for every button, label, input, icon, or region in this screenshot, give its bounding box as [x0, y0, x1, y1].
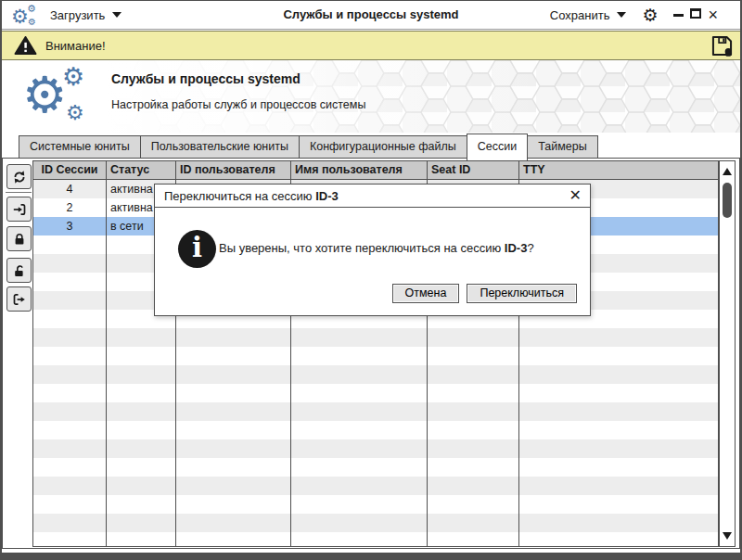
window-frame	[0, 0, 742, 1]
column-header[interactable]: ID Сессии	[33, 161, 107, 179]
table-cell	[519, 439, 718, 458]
table-cell	[33, 458, 107, 477]
table-row[interactable]	[33, 384, 718, 402]
load-menu-label: Загрузить	[50, 8, 105, 22]
tab-system-units[interactable]: Системные юниты	[19, 135, 141, 159]
refresh-button[interactable]	[6, 164, 32, 189]
column-header[interactable]: Имя пользователя	[291, 161, 428, 179]
table-cell	[428, 365, 519, 384]
settings-gear-icon[interactable]: ⚙	[642, 6, 658, 24]
table-cell	[33, 495, 107, 514]
table-cell	[33, 477, 107, 495]
tab-user-units[interactable]: Пользовательские юниты	[140, 135, 300, 159]
load-menu-button[interactable]: Загрузить	[50, 1, 122, 29]
scroll-up-icon[interactable]	[723, 168, 732, 175]
table-cell	[33, 365, 107, 384]
table-cell	[519, 402, 718, 421]
scroll-down-icon[interactable]	[723, 532, 732, 540]
tab-config-files[interactable]: Конфигурационные файлы	[299, 135, 467, 159]
padlock-open-icon	[12, 263, 27, 278]
table-cell	[107, 514, 176, 532]
confirm-switch-button[interactable]: Переключиться	[467, 284, 577, 303]
table-cell	[33, 235, 107, 254]
lock-session-button[interactable]	[6, 226, 32, 251]
table-cell	[291, 477, 428, 495]
column-header[interactable]: TTY	[519, 161, 718, 179]
table-cell	[519, 532, 718, 546]
table-row[interactable]	[33, 477, 718, 495]
table-cell	[291, 532, 428, 546]
table-cell	[291, 439, 428, 458]
table-cell	[176, 402, 291, 421]
table-row[interactable]	[33, 402, 718, 421]
table-cell	[107, 384, 176, 402]
column-header[interactable]: ID пользователя	[176, 161, 291, 179]
table-cell	[33, 532, 107, 546]
dialog-message: Вы уверены, что хотите переключиться на …	[219, 241, 534, 255]
table-cell	[519, 328, 718, 347]
table-row[interactable]	[33, 532, 718, 546]
cancel-button[interactable]: Отмена	[392, 284, 460, 303]
close-window-icon[interactable]: ×	[708, 2, 718, 28]
tab-bar: Системные юнитыПользовательские юнитыКон…	[19, 134, 598, 160]
warning-triangle-icon	[14, 35, 37, 56]
tab-timers[interactable]: Таймеры	[527, 135, 598, 159]
table-cell	[176, 365, 291, 384]
table-cell	[428, 477, 519, 495]
dialog-close-icon[interactable]: ✕	[569, 184, 582, 207]
table-cell	[428, 458, 519, 477]
table-row[interactable]	[33, 328, 718, 347]
table-row[interactable]	[33, 439, 718, 458]
chevron-down-icon	[112, 12, 122, 18]
save-file-icon[interactable]	[710, 33, 735, 58]
table-row[interactable]	[33, 495, 718, 514]
table-cell	[33, 384, 107, 402]
table-cell	[33, 421, 107, 439]
exit-arrow-icon	[12, 292, 27, 307]
sidebar-separator	[6, 192, 32, 193]
table-row[interactable]	[33, 347, 718, 365]
table-row[interactable]	[33, 458, 718, 477]
table-cell	[428, 347, 519, 365]
maximize-icon[interactable]	[690, 8, 701, 19]
unlock-session-button[interactable]	[6, 258, 32, 283]
table-cell: 4	[33, 180, 107, 198]
table-cell	[428, 532, 519, 546]
page-title: Службы и процессы systemd	[111, 71, 301, 86]
scrollbar-thumb[interactable]	[723, 183, 732, 218]
table-row[interactable]	[33, 365, 718, 384]
column-header[interactable]: Seat ID	[428, 161, 519, 179]
save-menu-button[interactable]: Сохранить	[550, 8, 627, 22]
switch-session-button[interactable]	[6, 197, 32, 222]
table-row[interactable]	[33, 421, 718, 439]
minimize-icon[interactable]	[673, 14, 684, 17]
vertical-scrollbar[interactable]	[719, 160, 736, 547]
table-cell	[107, 347, 176, 365]
tab-sessions[interactable]: Сессии	[467, 134, 528, 160]
terminate-session-button[interactable]	[6, 286, 32, 312]
table-row[interactable]	[33, 514, 718, 532]
dialog-title: Переключиться на сессию ID-3	[164, 189, 339, 203]
table-cell	[33, 347, 107, 365]
table-cell	[176, 328, 291, 347]
table-cell	[291, 384, 428, 402]
dialog-buttons: Отмена Переключиться	[392, 284, 577, 303]
table-cell	[107, 402, 176, 421]
table-cell	[428, 421, 519, 439]
table-cell	[291, 421, 428, 439]
table-cell	[107, 532, 176, 546]
window-frame	[0, 553, 742, 560]
refresh-arrows-icon	[12, 170, 27, 185]
table-header: ID СессииСтатусID пользователяИмя пользо…	[33, 161, 718, 180]
table-cell	[176, 477, 291, 495]
table-cell	[107, 421, 176, 439]
app-window: ⚙ ⚙ ⚙ Загрузить Службы и процессы system…	[0, 0, 742, 560]
table-cell	[176, 384, 291, 402]
table-cell	[291, 402, 428, 421]
table-cell	[33, 273, 107, 291]
table-cell	[291, 365, 428, 384]
column-header[interactable]: Статус	[107, 161, 176, 179]
table-cell	[107, 458, 176, 477]
table-cell	[33, 439, 107, 458]
table-cell	[33, 328, 107, 347]
